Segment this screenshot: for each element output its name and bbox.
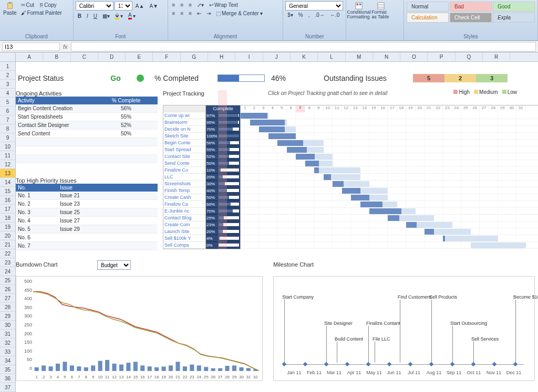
style-good[interactable]: Good — [493, 2, 535, 12]
merge-center-button[interactable]: ⬚Merge & Center▾ — [214, 9, 265, 17]
row-header[interactable]: 31 — [0, 330, 15, 338]
row-header[interactable]: 36 — [0, 374, 15, 383]
row-header[interactable]: 11 — [0, 151, 15, 160]
row-header[interactable]: 26 — [0, 285, 15, 294]
row-header[interactable]: 14 — [0, 178, 15, 187]
row-header[interactable]: 32 — [0, 338, 15, 347]
column-header[interactable]: O — [400, 52, 428, 61]
row-header[interactable]: 29 — [0, 312, 15, 321]
row-header[interactable]: 9 — [0, 133, 15, 142]
fill-color-button[interactable]: ⬙▾ — [113, 11, 125, 20]
row-header[interactable]: 30 — [0, 321, 15, 330]
select-all-corner[interactable] — [0, 52, 16, 61]
column-header[interactable]: R — [483, 52, 510, 61]
style-normal[interactable]: Normal — [407, 2, 449, 12]
italic-button[interactable]: I — [85, 12, 90, 20]
row-header[interactable]: 20 — [0, 231, 15, 240]
comma-button[interactable]: , — [306, 11, 312, 19]
column-header[interactable]: P — [428, 52, 455, 61]
row-header[interactable]: 23 — [0, 258, 15, 267]
wrap-text-button[interactable]: ↩Wrap Text — [207, 1, 240, 9]
align-middle-button[interactable]: ≡ — [178, 1, 185, 9]
row-header[interactable]: 10 — [0, 142, 15, 151]
burndown-chart[interactable]: 500450400350300250200150100500 123456789… — [16, 276, 263, 381]
row-header[interactable]: 27 — [0, 294, 15, 303]
column-header[interactable]: K — [291, 52, 318, 61]
row-header[interactable]: 37 — [0, 383, 15, 392]
dec-decimal-button[interactable]: ←.0 — [328, 11, 342, 19]
burndown-dropdown[interactable]: Budget — [97, 260, 131, 270]
number-format-select[interactable]: General — [285, 1, 343, 10]
border-button[interactable]: ▦▾ — [100, 12, 112, 20]
row-header[interactable]: 16 — [0, 196, 15, 205]
shrink-font-button[interactable]: A▼ — [147, 2, 160, 10]
font-size-select[interactable]: 11 — [115, 1, 132, 10]
row-header[interactable]: 6 — [0, 107, 15, 115]
column-header[interactable]: H — [208, 52, 235, 61]
column-header[interactable]: N — [373, 52, 400, 61]
style-explanatory[interactable]: Expla — [493, 13, 535, 23]
align-center-button[interactable]: ≡ — [178, 9, 185, 17]
row-header[interactable]: 2 — [0, 71, 15, 80]
currency-button[interactable]: $▾ — [285, 11, 295, 19]
row-header[interactable]: 35 — [0, 365, 15, 374]
column-header[interactable]: D — [98, 52, 126, 61]
style-bad[interactable]: Bad — [450, 2, 492, 12]
column-header[interactable]: G — [181, 52, 208, 61]
row-header[interactable]: 18 — [0, 214, 15, 223]
row-header[interactable]: 13 — [0, 169, 15, 178]
format-as-table-button[interactable]: Format as Table — [370, 1, 391, 20]
style-check-cell[interactable]: Check Cell — [450, 13, 492, 23]
gantt-chart[interactable]: Come up wiBrainstormDecide on NSketch Si… — [163, 105, 538, 249]
row-header[interactable]: 33 — [0, 347, 15, 356]
formula-input[interactable] — [71, 42, 536, 51]
row-header[interactable]: 3 — [0, 80, 15, 89]
column-header[interactable]: F — [153, 52, 180, 61]
copy-button[interactable]: ⎘Copy — [38, 1, 58, 9]
paste-button[interactable]: Paste — [2, 1, 18, 17]
style-calculation[interactable]: Calculation — [407, 13, 449, 23]
row-header[interactable]: 17 — [0, 205, 15, 214]
orientation-button[interactable]: ⤢▾ — [195, 1, 206, 9]
align-left-button[interactable]: ≡ — [170, 9, 178, 17]
column-header[interactable]: L — [318, 52, 345, 61]
row-header[interactable]: 28 — [0, 303, 15, 312]
row-header[interactable]: 15 — [0, 187, 15, 196]
align-right-button[interactable]: ≡ — [187, 9, 194, 17]
column-header[interactable]: A — [16, 52, 43, 61]
underline-button[interactable]: U — [91, 12, 99, 20]
name-box[interactable] — [2, 43, 60, 51]
align-top-button[interactable]: ≡ — [170, 1, 178, 9]
column-header[interactable]: Q — [456, 52, 483, 61]
row-header[interactable]: 21 — [0, 240, 15, 249]
align-bottom-button[interactable]: ≡ — [187, 1, 194, 9]
grow-font-button[interactable]: A▲ — [133, 2, 147, 10]
bold-button[interactable]: B — [76, 12, 84, 20]
row-header[interactable]: 5 — [0, 98, 15, 107]
column-header[interactable]: M — [346, 52, 373, 61]
milestone-chart[interactable]: Jan 11Feb 11Mar 11Apr 11May 11Jun 11Jul … — [273, 276, 535, 381]
percent-button[interactable]: % — [296, 11, 305, 19]
row-header[interactable]: 4 — [0, 89, 15, 98]
row-header[interactable]: 22 — [0, 249, 15, 258]
conditional-formatting-button[interactable]: Conditional Formatting — [348, 1, 369, 20]
fx-icon[interactable]: fx — [60, 44, 71, 50]
inc-decimal-button[interactable]: .0→ — [313, 11, 327, 19]
column-header[interactable]: C — [71, 52, 98, 61]
column-header[interactable]: B — [43, 52, 70, 61]
row-header[interactable]: 8 — [0, 124, 15, 133]
worksheet-content[interactable]: Project Status Go % Completed 46% Outsta… — [16, 62, 538, 392]
format-painter-button[interactable]: 🖌Format Painter — [19, 9, 64, 17]
column-header[interactable]: I — [235, 52, 263, 61]
row-header[interactable]: 19 — [0, 223, 15, 231]
row-header[interactable]: 24 — [0, 267, 15, 276]
row-header[interactable]: 25 — [0, 276, 15, 285]
font-family-select[interactable]: Calibri — [76, 1, 113, 10]
cut-button[interactable]: ✂Cut — [19, 1, 37, 9]
row-header[interactable]: 1 — [0, 62, 15, 71]
font-color-button[interactable]: A▾ — [126, 11, 138, 20]
row-header[interactable]: 7 — [0, 115, 15, 124]
row-header[interactable]: 12 — [0, 160, 15, 169]
column-header[interactable]: J — [263, 52, 291, 61]
indent-inc-button[interactable]: ⇥ — [204, 9, 213, 17]
